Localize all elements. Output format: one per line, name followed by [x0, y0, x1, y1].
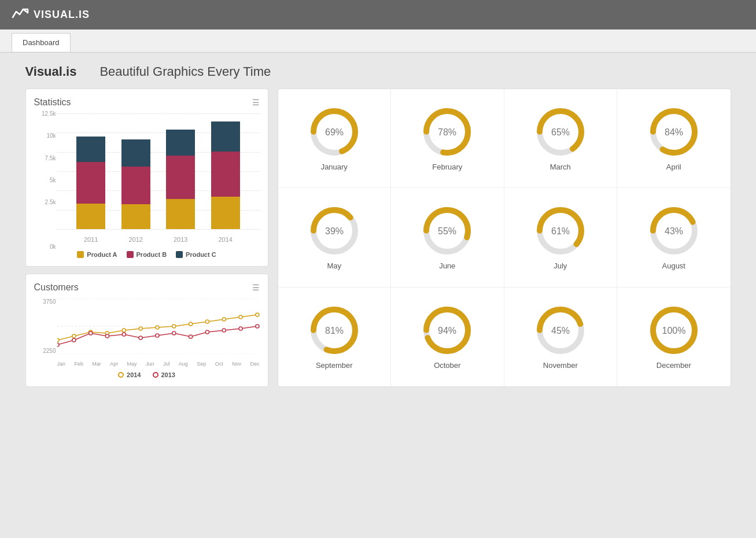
donut-svg-october: 94% [421, 304, 473, 356]
y-label-12k: 12.5k [34, 110, 56, 117]
y-label-10k: 10k [34, 132, 56, 139]
donut-label-october: October [434, 361, 460, 370]
legend-dot-c [176, 251, 183, 258]
page-header: Visual.is Beautiful Graphics Every Time [25, 64, 731, 79]
x-jun: Jun [146, 361, 154, 367]
donut-svg-august: 43% [648, 205, 700, 257]
donut-cell-august: 43% August [617, 188, 731, 287]
statistics-card: Statistics ☰ 12.5k 10k 7.5k 5k 2.5k 0k [25, 89, 268, 267]
donut-svg-may: 39% [308, 205, 360, 257]
line-legend-2013: 2013 [153, 371, 175, 378]
donut-label-september: September [316, 361, 353, 370]
x-label-2013: 2013 [163, 236, 198, 243]
svg-text:81%: 81% [325, 326, 344, 336]
svg-point-28 [255, 325, 259, 328]
donut-label-december: December [657, 361, 691, 370]
customers-menu-icon[interactable]: ☰ [252, 283, 260, 292]
svg-text:84%: 84% [665, 127, 683, 137]
bars-container [57, 113, 260, 229]
y-label-0k: 0k [34, 244, 56, 250]
svg-point-24 [189, 335, 192, 338]
svg-point-10 [172, 325, 175, 328]
svg-text:45%: 45% [551, 326, 570, 336]
svg-text:78%: 78% [438, 127, 456, 137]
x-label-2012: 2012 [119, 236, 153, 243]
donut-svg-february: 78% [421, 106, 473, 158]
tab-bar: Dashboard [0, 30, 756, 53]
svg-point-13 [222, 318, 226, 321]
donut-svg-march: 65% [534, 106, 587, 158]
donut-cell-june: 55% June [391, 188, 504, 287]
donut-cell-july: 61% July [504, 188, 618, 287]
svg-point-12 [205, 320, 209, 323]
page-title: Visual.is [25, 64, 77, 79]
statistics-card-header: Statistics ☰ [34, 97, 260, 108]
donut-cell-december: 100% December [617, 288, 731, 386]
donut-cell-january: 69% January [278, 89, 392, 188]
statistics-menu-icon[interactable]: ☰ [252, 98, 260, 107]
y-label-7k: 7.5k [34, 154, 56, 161]
bar-group-2013 [163, 130, 198, 229]
donut-cell-september: 81% September [278, 288, 392, 386]
x-dec: Dec [250, 361, 259, 367]
svg-text:39%: 39% [325, 226, 344, 236]
statistics-title: Statistics [34, 97, 71, 108]
customers-card: Customers ☰ 3750 2250 [25, 274, 268, 387]
logo-icon [12, 7, 29, 23]
donut-label-may: May [327, 261, 341, 270]
x-apr: Apr [110, 361, 118, 367]
svg-point-7 [122, 329, 126, 332]
donut-label-july: July [554, 261, 567, 270]
x-labels: 2011 2012 2013 2014 [57, 236, 260, 243]
y-label-2k: 2.5k [34, 199, 56, 205]
legend-dot-b [127, 251, 134, 258]
legend-product-c: Product C [176, 251, 216, 258]
donut-cell-february: 78% February [391, 89, 504, 188]
x-feb: Feb [74, 361, 83, 367]
tab-dashboard[interactable]: Dashboard [12, 33, 71, 52]
donut-cell-november: 45% November [504, 288, 618, 386]
customers-card-header: Customers ☰ [34, 282, 260, 293]
donut-label-january: January [321, 163, 348, 171]
svg-point-11 [189, 322, 192, 326]
page-subtitle: Beautiful Graphics Every Time [99, 64, 271, 79]
line-legend-2014: 2014 [118, 371, 141, 378]
svg-point-18 [88, 331, 92, 335]
bar-group-2014 [208, 121, 243, 229]
donut-svg-november: 45% [534, 304, 587, 356]
svg-text:65%: 65% [551, 127, 570, 137]
line-chart-svg [57, 299, 260, 354]
x-label-2011: 2011 [73, 236, 108, 243]
legend-product-b: Product B [127, 251, 167, 258]
line-legend: 2014 2013 [34, 371, 260, 378]
bar-group-2011 [73, 137, 108, 229]
svg-point-16 [57, 343, 59, 347]
svg-text:43%: 43% [665, 226, 683, 236]
donut-label-march: March [550, 163, 571, 171]
svg-point-9 [155, 326, 158, 329]
donut-svg-june: 55% [421, 205, 473, 257]
svg-text:69%: 69% [325, 127, 344, 137]
svg-text:100%: 100% [662, 326, 685, 336]
x-oct: Oct [215, 361, 223, 367]
customers-title: Customers [34, 282, 79, 293]
line-chart-x-labels: Jan Feb Mar Apr May Jun Jul Aug Sep Oct … [57, 361, 260, 367]
svg-point-27 [238, 327, 242, 330]
line-legend-circle-2013 [153, 372, 158, 378]
svg-point-14 [238, 315, 242, 319]
donut-charts-grid: 69% January 78% February 65% March 84% A… [278, 89, 731, 387]
donut-cell-october: 94% October [391, 288, 504, 386]
svg-point-23 [172, 331, 175, 335]
legend-product-a: Product A [77, 251, 117, 258]
x-label-2014: 2014 [208, 236, 243, 243]
bar-legend: Product A Product B Product C [34, 251, 260, 258]
left-column: Statistics ☰ 12.5k 10k 7.5k 5k 2.5k 0k [25, 89, 268, 387]
x-mar: Mar [92, 361, 101, 367]
app-header: VISUAL.IS [0, 0, 756, 30]
svg-point-3 [57, 338, 59, 342]
svg-point-21 [139, 336, 142, 340]
dashboard-grid: Statistics ☰ 12.5k 10k 7.5k 5k 2.5k 0k [25, 89, 731, 387]
logo-text: VISUAL.IS [34, 9, 90, 21]
donut-svg-september: 81% [308, 304, 360, 356]
donut-svg-april: 84% [648, 106, 700, 158]
